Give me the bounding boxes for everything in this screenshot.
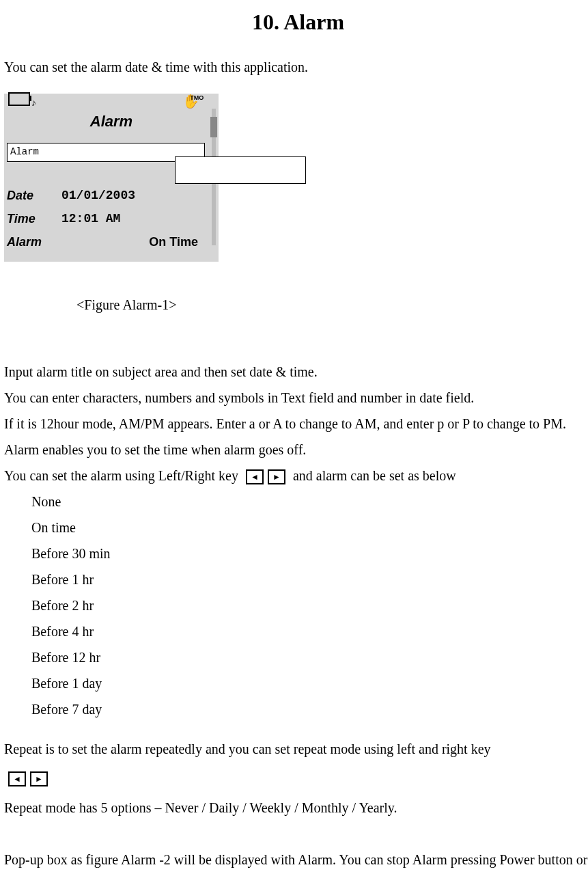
screenshot-topbar: ♪ ✋ — [4, 94, 204, 109]
list-item: Before 4 hr — [31, 618, 588, 644]
list-item: None — [31, 489, 588, 515]
intro-text: You can set the alarm date & time with t… — [4, 54, 588, 80]
list-item: Before 1 day — [31, 670, 588, 696]
alarm-options-list: None On time Before 30 min Before 1 hr B… — [31, 489, 588, 722]
list-item: Before 12 hr — [31, 644, 588, 670]
paragraph-8: Pop-up box as figure Alarm -2 will be di… — [4, 847, 588, 876]
left-key-icon — [246, 469, 264, 484]
left-right-key-icons-block — [4, 765, 588, 791]
alarm-label: Alarm — [7, 230, 61, 254]
list-item: Before 2 hr — [31, 592, 588, 618]
list-item: Before 7 day — [31, 696, 588, 722]
scrollbar-thumb — [210, 117, 217, 137]
hand-icon: ✋ — [182, 88, 199, 114]
date-value: 01/01/2003 — [61, 184, 135, 207]
left-right-key-icons — [246, 469, 285, 484]
para5-part-a: You can set the alarm using Left/Right k… — [4, 468, 238, 483]
alarm-value: On Time — [149, 230, 198, 254]
figure-caption: <Figure Alarm-1> — [76, 292, 588, 318]
battery-icon: ♪ — [8, 88, 36, 114]
list-item: Before 30 min — [31, 540, 588, 566]
paragraph-2: You can enter characters, numbers and sy… — [4, 385, 588, 411]
left-key-icon — [8, 771, 26, 786]
time-label: Time — [7, 207, 61, 230]
time-value: 12:01 AM — [61, 207, 120, 230]
right-key-icon — [268, 469, 285, 484]
para5-part-b: and alarm can be set as below — [293, 468, 456, 483]
right-key-icon — [30, 771, 48, 786]
list-item: Before 1 hr — [31, 566, 588, 592]
date-label: Date — [7, 184, 61, 207]
page-title: 10. Alarm — [4, 1, 588, 43]
blank-callout — [175, 156, 306, 184]
paragraph-7: Repeat mode has 5 options – Never / Dail… — [4, 795, 588, 821]
list-item: On time — [31, 515, 588, 540]
paragraph-5: You can set the alarm using Left/Right k… — [4, 463, 588, 489]
paragraph-1: Input alarm title on subject area and th… — [4, 359, 588, 385]
paragraph-3: If it is 12hour mode, AM/PM appears. Ent… — [4, 411, 588, 437]
paragraph-4: Alarm enables you to set the time when a… — [4, 437, 588, 463]
paragraph-6: Repeat is to set the alarm repeatedly an… — [4, 736, 588, 762]
figure-area: ♪ ✋ TMO MAY Alarm Subject Alarm Date 01/… — [4, 94, 588, 271]
